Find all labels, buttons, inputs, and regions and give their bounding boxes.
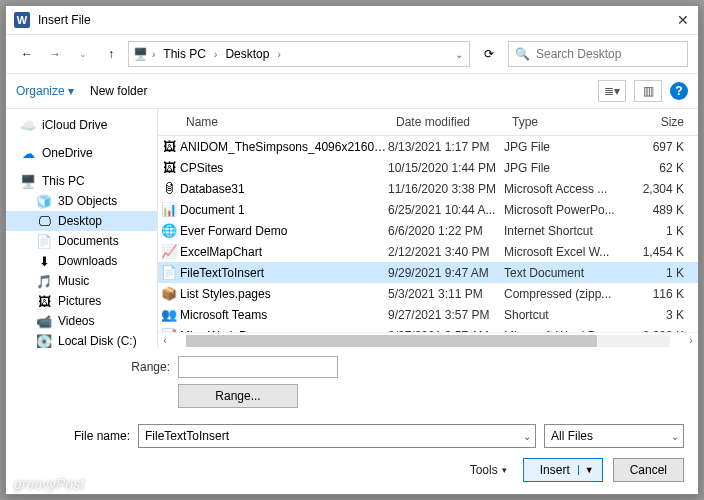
chevron-right-icon[interactable]: › xyxy=(212,49,219,60)
file-size: 62 K xyxy=(616,161,698,175)
file-size: 2,304 K xyxy=(616,182,698,196)
filename-input[interactable]: FileTextToInsert ⌄ xyxy=(138,424,536,448)
file-row[interactable]: 📦List Styles.pages5/3/2021 3:11 PMCompre… xyxy=(158,283,698,304)
file-size: 1 K xyxy=(616,224,698,238)
view-mode-button[interactable]: ≣▾ xyxy=(598,80,626,102)
file-row[interactable]: 🌐Ever Forward Demo6/6/2020 1:22 PMIntern… xyxy=(158,220,698,241)
up-button[interactable]: ↑ xyxy=(100,42,122,66)
range-button[interactable]: Range... xyxy=(178,384,298,408)
tree-item[interactable]: 💽Local Disk (C:) xyxy=(6,331,157,348)
search-placeholder: Search Desktop xyxy=(536,47,621,61)
tree-item[interactable]: ⬇Downloads xyxy=(6,251,157,271)
tree-item[interactable]: ☁️iCloud Drive xyxy=(6,115,157,135)
file-size: 3 K xyxy=(616,308,698,322)
file-type: Compressed (zipp... xyxy=(504,287,616,301)
chevron-right-icon[interactable]: › xyxy=(275,49,282,60)
col-name[interactable]: Name xyxy=(158,113,388,131)
cancel-button[interactable]: Cancel xyxy=(613,458,684,482)
scroll-left-icon[interactable]: ‹ xyxy=(158,335,172,346)
col-size[interactable]: Size xyxy=(616,113,698,131)
window-title: Insert File xyxy=(38,13,676,27)
path-dropdown-icon[interactable]: ⌄ xyxy=(453,49,465,60)
file-date: 9/27/2021 3:57 PM xyxy=(388,308,504,322)
file-icon: 📦 xyxy=(158,286,180,301)
insert-split-dropdown[interactable]: ▼ xyxy=(578,465,594,475)
file-row[interactable]: 🖼ANIDOM_TheSimpsons_4096x2160_018/13/202… xyxy=(158,136,698,157)
footer: File name: FileTextToInsert ⌄ All Files … xyxy=(6,414,698,454)
chevron-right-icon[interactable]: › xyxy=(150,49,157,60)
tree-item[interactable]: ☁OneDrive xyxy=(6,143,157,163)
tree-item[interactable]: 🎵Music xyxy=(6,271,157,291)
breadcrumb-desktop[interactable]: Desktop xyxy=(221,45,273,63)
file-icon: 👥 xyxy=(158,307,180,322)
file-icon: 🖼 xyxy=(158,160,180,175)
insert-file-dialog: W Insert File ✕ ← → ⌄ ↑ 🖥️ › This PC › D… xyxy=(5,5,699,495)
refresh-button[interactable]: ⟳ xyxy=(476,41,502,67)
filetype-filter[interactable]: All Files ⌄ xyxy=(544,424,684,448)
tree-item[interactable]: 🖵Desktop xyxy=(6,211,157,231)
file-row[interactable]: 🛢Database3111/16/2020 3:38 PMMicrosoft A… xyxy=(158,178,698,199)
scroll-thumb[interactable] xyxy=(186,335,597,347)
file-name: ANIDOM_TheSimpsons_4096x2160_01 xyxy=(180,140,388,154)
file-date: 5/3/2021 3:11 PM xyxy=(388,287,504,301)
file-row[interactable]: 📝Misc Work Doc8/27/2021 9:57 AMMicrosoft… xyxy=(158,325,698,332)
titlebar: W Insert File ✕ xyxy=(6,6,698,35)
col-date[interactable]: Date modified xyxy=(388,113,504,131)
file-type: JPG File xyxy=(504,161,616,175)
file-date: 6/6/2020 1:22 PM xyxy=(388,224,504,238)
folder-icon: 💽 xyxy=(36,334,52,348)
file-type: JPG File xyxy=(504,140,616,154)
new-folder-button[interactable]: New folder xyxy=(90,84,147,98)
organize-menu[interactable]: Organize ▾ xyxy=(16,84,74,98)
tree-item[interactable]: 🖼Pictures xyxy=(6,291,157,311)
toolbar: Organize ▾ New folder ≣▾ ▥ ? xyxy=(6,74,698,109)
tree-item[interactable]: 🖥️This PC xyxy=(6,171,157,191)
file-name: List Styles.pages xyxy=(180,287,388,301)
file-row[interactable]: 📈ExcelMapChart2/12/2021 3:40 PMMicrosoft… xyxy=(158,241,698,262)
help-button[interactable]: ? xyxy=(670,82,688,100)
file-icon: 🌐 xyxy=(158,223,180,238)
insert-button[interactable]: Insert ▼ xyxy=(523,458,603,482)
forward-button[interactable]: → xyxy=(44,42,66,66)
preview-pane-button[interactable]: ▥ xyxy=(634,80,662,102)
scroll-track[interactable] xyxy=(186,335,670,347)
tree-item[interactable]: 📹Videos xyxy=(6,311,157,331)
filter-dropdown-icon[interactable]: ⌄ xyxy=(671,431,679,442)
file-icon: 📈 xyxy=(158,244,180,259)
horizontal-scrollbar[interactable]: ‹ › xyxy=(158,332,698,348)
tree-item[interactable]: 📄Documents xyxy=(6,231,157,251)
file-row[interactable]: 🖼CPSites10/15/2020 1:44 PMJPG File62 K xyxy=(158,157,698,178)
file-row[interactable]: 👥Microsoft Teams9/27/2021 3:57 PMShortcu… xyxy=(158,304,698,325)
file-size: 489 K xyxy=(616,203,698,217)
back-button[interactable]: ← xyxy=(16,42,38,66)
col-type[interactable]: Type xyxy=(504,113,616,131)
file-row[interactable]: 📄FileTextToInsert9/29/2021 9:47 AMText D… xyxy=(158,262,698,283)
filename-label: File name: xyxy=(20,429,130,443)
file-size: 1 K xyxy=(616,266,698,280)
tree-item-label: This PC xyxy=(42,174,85,188)
folder-tree[interactable]: ☁️iCloud Drive☁OneDrive🖥️This PC🧊3D Obje… xyxy=(6,109,158,348)
breadcrumb-this-pc[interactable]: This PC xyxy=(159,45,210,63)
action-row: Tools ▾ Insert ▼ Cancel xyxy=(6,454,698,494)
range-area: Range: Range... xyxy=(6,348,698,414)
file-type: Text Document xyxy=(504,266,616,280)
tree-item-label: Videos xyxy=(58,314,94,328)
recent-dropdown-icon[interactable]: ⌄ xyxy=(72,42,94,66)
tree-item-label: Music xyxy=(58,274,89,288)
scroll-right-icon[interactable]: › xyxy=(684,335,698,346)
tree-item[interactable]: 🧊3D Objects xyxy=(6,191,157,211)
filename-dropdown-icon[interactable]: ⌄ xyxy=(523,431,531,442)
range-input[interactable] xyxy=(178,356,338,378)
tools-menu[interactable]: Tools ▾ xyxy=(470,463,507,477)
close-icon[interactable]: ✕ xyxy=(676,12,690,28)
file-date: 6/25/2021 10:44 A... xyxy=(388,203,504,217)
tree-item-label: iCloud Drive xyxy=(42,118,107,132)
file-row[interactable]: 📊Document 16/25/2021 10:44 A...Microsoft… xyxy=(158,199,698,220)
tree-item-label: Local Disk (C:) xyxy=(58,334,137,348)
folder-icon: ☁ xyxy=(20,146,36,160)
search-input[interactable]: 🔍 Search Desktop xyxy=(508,41,688,67)
address-bar[interactable]: 🖥️ › This PC › Desktop › ⌄ xyxy=(128,41,470,67)
range-label: Range: xyxy=(20,360,170,374)
folder-icon: 🎵 xyxy=(36,274,52,288)
column-headers: Name Date modified Type Size xyxy=(158,109,698,136)
